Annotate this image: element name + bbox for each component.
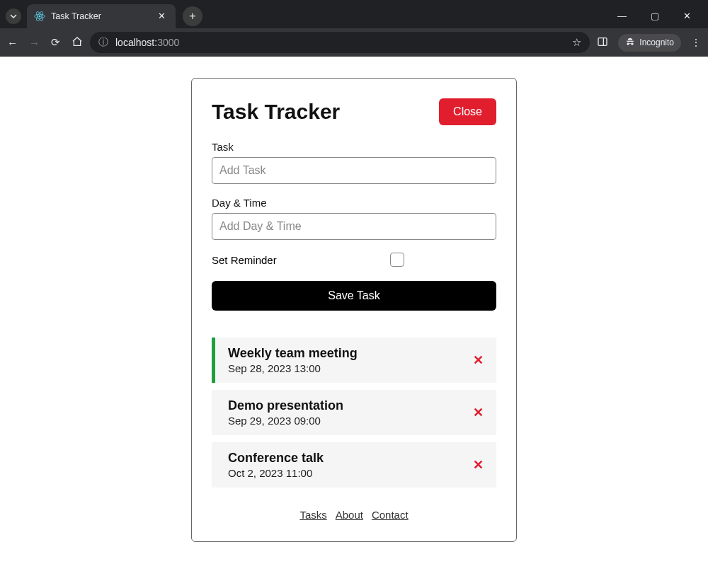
react-favicon-icon <box>34 11 45 22</box>
bookmark-star-icon[interactable]: ☆ <box>572 36 581 49</box>
task-day: Oct 2, 2023 11:00 <box>228 467 324 479</box>
menu-icon[interactable]: ⋮ <box>691 37 701 48</box>
delete-task-icon[interactable]: ✕ <box>473 352 484 368</box>
delete-task-icon[interactable]: ✕ <box>473 457 484 473</box>
task-item[interactable]: Weekly team meetingSep 28, 2023 13:00✕ <box>212 338 496 383</box>
svg-rect-4 <box>598 38 607 45</box>
task-day: Sep 28, 2023 13:00 <box>228 362 358 374</box>
task-info: Weekly team meetingSep 28, 2023 13:00 <box>228 346 358 374</box>
nav-icons: ← → ⟳ <box>7 36 83 50</box>
day-label: Day & Time <box>212 197 496 209</box>
delete-task-icon[interactable]: ✕ <box>473 405 484 420</box>
day-field-group: Day & Time <box>212 197 496 240</box>
day-input[interactable] <box>212 213 496 240</box>
reminder-field-group: Set Reminder <box>212 253 496 267</box>
save-task-button[interactable]: Save Task <box>212 281 496 311</box>
task-text: Demo presentation <box>228 398 343 413</box>
task-info: Conference talkOct 2, 2023 11:00 <box>228 451 324 479</box>
minimize-icon[interactable]: ― <box>612 6 632 25</box>
tab-title: Task Tracker <box>51 11 149 21</box>
incognito-badge[interactable]: Incognito <box>618 34 681 52</box>
task-item[interactable]: Conference talkOct 2, 2023 11:00✕ <box>212 442 496 488</box>
reminder-checkbox[interactable] <box>390 253 404 267</box>
task-input[interactable] <box>212 157 496 184</box>
reload-icon[interactable]: ⟳ <box>51 36 60 49</box>
incognito-label: Incognito <box>639 38 674 47</box>
task-list: Weekly team meetingSep 28, 2023 13:00✕De… <box>212 338 496 488</box>
reminder-label: Set Reminder <box>212 254 277 266</box>
home-icon[interactable] <box>72 36 83 50</box>
footer-link-contact[interactable]: Contact <box>372 509 409 521</box>
app-title: Task Tracker <box>212 100 340 124</box>
url-text: localhost:3000 <box>115 37 179 48</box>
task-item[interactable]: Demo presentationSep 29, 2023 09:00✕ <box>212 390 496 435</box>
browser-toolbar: ← → ⟳ ⓘ localhost:3000 ☆ Incognito ⋮ <box>0 28 708 57</box>
toggle-form-button[interactable]: Close <box>439 98 496 125</box>
address-bar[interactable]: ⓘ localhost:3000 ☆ <box>90 32 590 53</box>
close-window-icon[interactable]: ✕ <box>678 6 697 25</box>
footer-link-tasks[interactable]: Tasks <box>299 509 326 521</box>
close-tab-icon[interactable]: ✕ <box>155 9 169 23</box>
app-header: Task Tracker Close <box>212 98 496 125</box>
task-text: Conference talk <box>228 451 324 466</box>
forward-icon[interactable]: → <box>29 37 40 49</box>
task-info: Demo presentationSep 29, 2023 09:00 <box>228 398 343 427</box>
app-footer: TasksAboutContact <box>212 509 496 521</box>
footer-link-about[interactable]: About <box>336 509 363 521</box>
back-icon[interactable]: ← <box>7 37 18 49</box>
browser-tab[interactable]: Task Tracker ✕ <box>27 4 176 28</box>
page-viewport[interactable]: Task Tracker Close Task Day & Time Set R… <box>0 57 708 588</box>
task-day: Sep 29, 2023 09:00 <box>228 415 343 427</box>
site-info-icon[interactable]: ⓘ <box>98 36 108 49</box>
tab-search-dropdown[interactable] <box>6 8 21 24</box>
side-panel-icon[interactable] <box>597 36 608 50</box>
add-task-form: Task Day & Time Set Reminder Save Task <box>212 141 496 311</box>
tab-strip: Task Tracker ✕ + ― ▢ ✕ <box>0 0 708 28</box>
new-tab-button[interactable]: + <box>183 6 202 26</box>
window-controls: ― ▢ ✕ <box>612 6 702 25</box>
task-label: Task <box>212 141 496 153</box>
task-text: Weekly team meeting <box>228 346 358 361</box>
svg-point-0 <box>39 15 41 17</box>
maximize-icon[interactable]: ▢ <box>645 6 665 25</box>
task-field-group: Task <box>212 141 496 184</box>
incognito-icon <box>625 37 635 49</box>
toolbar-right: Incognito ⋮ <box>597 34 701 52</box>
browser-chrome: Task Tracker ✕ + ― ▢ ✕ ← → ⟳ ⓘ localhost… <box>0 0 708 57</box>
app-container: Task Tracker Close Task Day & Time Set R… <box>191 78 517 542</box>
